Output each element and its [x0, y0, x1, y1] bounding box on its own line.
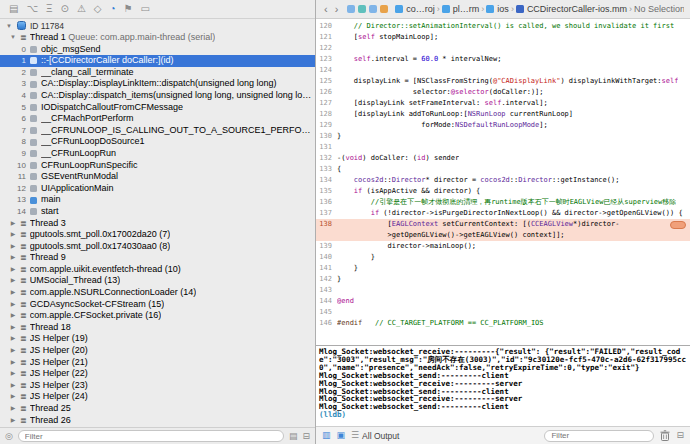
breadcrumb-item[interactable]: pl…rm [442, 4, 480, 14]
lldb-prompt[interactable]: (lldb) [319, 411, 687, 419]
forward-icon[interactable]: › [333, 3, 341, 15]
code-line[interactable]: >getOpenGLView()->getEAGLView() context]… [316, 230, 690, 241]
code-line[interactable]: 125 displayLink = [NSClassFromString(@"C… [316, 76, 690, 87]
stack-frame[interactable]: 11GSEventRunModal [0, 171, 315, 183]
disclosure-triangle-icon[interactable]: ▶ [9, 380, 17, 392]
thread-row[interactable]: ▶≣JS Helper (23) [0, 380, 315, 392]
thread-row[interactable]: ▶≣Thread 9 [0, 252, 315, 264]
collapse-panel-icon[interactable]: ⊟ [302, 432, 310, 441]
code-line[interactable]: 121 [self stopMainLoop]; [316, 32, 690, 43]
code-line[interactable]: 133{ [316, 164, 690, 175]
process-row[interactable]: ▼ ID 11784 [0, 19, 315, 32]
disclosure-triangle-icon[interactable]: ▶ [9, 333, 17, 345]
stack-frame[interactable]: 8__CFRunLoopDoSource1 [0, 136, 315, 148]
code-line[interactable]: 131 [316, 142, 690, 153]
console-filter-input[interactable] [544, 430, 654, 442]
source-control-navigator-icon[interactable]: ⌥ [26, 4, 38, 14]
code-line[interactable]: 126 selector:@selector(doCaller:)]; [316, 87, 690, 98]
code-line[interactable]: 127 [displayLink setFrameInterval: self.… [316, 98, 690, 109]
thread-row[interactable]: ▶≣Thread 25 [0, 403, 315, 415]
variables-view-toggle-icon[interactable]: ▥ [322, 431, 331, 440]
thread-row[interactable]: ▶≣JS Helper (22) [0, 368, 315, 380]
stack-frame[interactable]: 1::-[CCDirectorCaller doCaller:](id) [0, 55, 315, 67]
disclosure-triangle-icon[interactable]: ▶ [9, 264, 17, 276]
disclosure-triangle-icon[interactable]: ▶ [9, 415, 17, 427]
line-number[interactable]: 124 [316, 65, 337, 76]
navigator-filter-input[interactable] [18, 430, 284, 442]
line-number[interactable]: 138 [316, 219, 337, 230]
disclosure-triangle-icon[interactable]: ▶ [9, 218, 17, 230]
thread-row[interactable]: ▶≣JS Helper (21) [0, 357, 315, 369]
line-number[interactable]: 146 [316, 318, 337, 329]
line-number[interactable]: 137 [316, 208, 337, 219]
stack-frame[interactable]: 12UIApplicationMain [0, 183, 315, 195]
line-number[interactable]: 142 [316, 274, 337, 285]
disclosure-triangle-icon[interactable]: ▶ [9, 241, 17, 253]
line-number[interactable]: 128 [316, 109, 337, 120]
forward-history-icon[interactable] [369, 5, 377, 13]
disclosure-triangle-icon[interactable]: ▶ [9, 357, 17, 369]
line-number[interactable]: 140 [316, 252, 337, 263]
thread-row[interactable]: ▶≣Thread 18 [0, 322, 315, 334]
disclosure-triangle-icon[interactable]: ▶ [9, 322, 17, 334]
line-number[interactable]: 129 [316, 120, 337, 131]
disclosure-triangle-icon[interactable]: ▶ [9, 229, 17, 241]
line-number[interactable]: 127 [316, 98, 337, 109]
runtime-issue-badge[interactable] [670, 221, 686, 229]
disclosure-triangle-icon[interactable]: ▼ [9, 32, 17, 44]
code-line[interactable]: 136 //引擎是在下一帧才做彻底的清理，再runtime版本右下一帧时EAGL… [316, 197, 690, 208]
line-number[interactable]: 134 [316, 175, 337, 186]
line-number[interactable]: 121 [316, 32, 337, 43]
thread-row[interactable]: ▶≣com.apple.NSURLConnectionLoader (14) [0, 287, 315, 299]
thread-row[interactable]: ▶≣GCDAsyncSocket-CFStream (15) [0, 299, 315, 311]
stack-frame[interactable]: 4CA::Display::dispatch_items(unsigned lo… [0, 90, 315, 102]
stack-frame[interactable]: 13main [0, 194, 315, 206]
source-code-editor[interactable]: 120 // Director::setAnimationInterval() … [316, 19, 690, 345]
code-line[interactable]: 146#endif // CC_TARGET_PLATFORM == CC_PL… [316, 318, 690, 329]
thread-row-main[interactable]: ▼≣Thread 1 Queue: com.app.main-thread (s… [0, 32, 315, 44]
line-number[interactable]: 135 [316, 186, 337, 197]
stack-frame[interactable]: 3CA::Display::DisplayLinkItem::dispatch(… [0, 78, 315, 90]
thread-row[interactable]: ▶≣UMSocial_Thread (13) [0, 275, 315, 287]
stack-frame[interactable]: 14start [0, 206, 315, 218]
code-line[interactable]: 142} [316, 274, 690, 285]
flat-view-icon[interactable]: ▤ [289, 432, 298, 441]
collapse-console-icon[interactable]: ⊟ [676, 431, 684, 440]
issue-navigator-icon[interactable]: ⚠ [77, 4, 86, 14]
code-line[interactable]: 137 if (!director->isPurgeDirectorInNext… [316, 208, 690, 219]
test-navigator-icon[interactable]: ◇ [94, 4, 102, 14]
code-line[interactable]: 140 } [316, 252, 690, 263]
thread-row[interactable]: ▶≣JS Helper (19) [0, 333, 315, 345]
thread-row[interactable]: ▶≣Thread 26 [0, 415, 315, 427]
code-line[interactable]: 124 [316, 65, 690, 76]
line-number[interactable]: 141 [316, 263, 337, 274]
find-navigator-icon[interactable]: ⊙ [60, 4, 68, 14]
thread-row[interactable]: ▶≣JS Helper (20) [0, 345, 315, 357]
clear-console-icon[interactable] [660, 430, 670, 441]
disclosure-triangle-icon[interactable]: ▶ [9, 391, 17, 403]
project-navigator-icon[interactable]: ▤ [9, 4, 18, 14]
output-mode-dropdown[interactable]: ☰ All Output [351, 431, 399, 441]
line-number[interactable]: 145 [316, 307, 337, 318]
code-line[interactable]: 145 [316, 307, 690, 318]
code-line[interactable]: 122 [316, 43, 690, 54]
disclosure-triangle-icon[interactable]: ▼ [5, 23, 13, 29]
disclosure-triangle-icon[interactable]: ▶ [9, 368, 17, 380]
thread-row[interactable]: ▶≣Thread 3 [0, 218, 315, 230]
thread-row[interactable]: ▶≣JS Helper (24) [0, 391, 315, 403]
line-number[interactable]: 133 [316, 164, 337, 175]
back-history-icon[interactable] [358, 5, 366, 13]
line-number[interactable]: 132 [316, 153, 337, 164]
line-number[interactable]: 125 [316, 76, 337, 87]
debug-console[interactable]: Mlog_Socket:websocket_receive:---------{… [316, 345, 690, 426]
breadcrumb-item[interactable]: No Selection [634, 4, 684, 14]
code-line[interactable]: 129 forMode:NSDefaultRunLoopMode]; [316, 120, 690, 131]
stack-frame[interactable]: 2__clang_call_terminate [0, 67, 315, 79]
thread-row[interactable]: ▶≣gputools.smt_poll.0x17002da20 (7) [0, 229, 315, 241]
line-number[interactable]: 144 [316, 296, 337, 307]
breakpoint-navigator-icon[interactable]: ⚑ [124, 4, 133, 14]
disclosure-triangle-icon[interactable]: ▶ [9, 403, 17, 415]
line-number[interactable]: 139 [316, 241, 337, 252]
thread-row[interactable]: ▶≣gputools.smt_poll.0x174030aa0 (8) [0, 241, 315, 253]
code-line[interactable]: 144@end [316, 296, 690, 307]
